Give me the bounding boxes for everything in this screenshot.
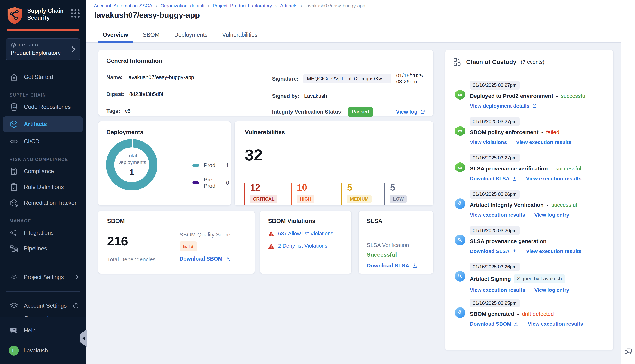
download-slsa-link[interactable]: Download SLSA (367, 262, 417, 269)
warning-triangle-icon (268, 231, 274, 237)
severity-count: 10 (297, 183, 341, 192)
project-cube-icon (11, 42, 16, 48)
sidebar-item-remediation-tracker[interactable]: Remediation Tracker (0, 195, 86, 211)
sidebar-item-project-settings[interactable]: Project Settings (0, 269, 86, 285)
custody-event: 01/16/2025 03:26pmSLSA provenance genera… (453, 226, 605, 258)
sbom-card: SBOM 216 Total Dependencies SBOM Quality… (98, 210, 255, 274)
signed-by-value: Lavakush (304, 93, 327, 99)
sidebar-item-compliance[interactable]: Compliance (0, 164, 86, 179)
deny-list-violations-link[interactable]: 2 Deny list Violations (278, 243, 327, 249)
download-sbom-label: Download SBOM (179, 256, 223, 262)
download-sbom-link[interactable]: Download SBOM (470, 321, 519, 327)
breadcrumb-item[interactable]: Organization: default (160, 3, 204, 8)
event-status: failed (546, 129, 559, 136)
event-links: View execution resultsView log entry (470, 212, 605, 218)
event-link-label: View execution results (526, 248, 581, 254)
compliance-icon (10, 167, 18, 176)
event-title: Artifact Integrity Verification (470, 202, 544, 208)
tab-sbom[interactable]: SBOM (143, 27, 159, 42)
project-selector[interactable]: PROJECT Product Exploratory (6, 38, 80, 60)
user-menu[interactable]: L Lavakush (0, 346, 86, 356)
pipeline-hexagon: ∞ (455, 162, 465, 173)
integrity-status-label: Integrity Verification Status: (272, 109, 343, 115)
sidebar-item-ci-cd[interactable]: CI/CD (0, 134, 86, 149)
event-links: Download SLSAView execution results (470, 176, 605, 182)
tab-deployments[interactable]: Deployments (174, 27, 207, 42)
module-grid-icon[interactable] (71, 9, 80, 18)
sidebar-item-label: Remediation Tracker (24, 200, 76, 206)
external-link-icon (420, 109, 425, 114)
event-links: View violationsView execution results (470, 140, 605, 145)
view-log-entry-link[interactable]: View log entry (534, 287, 569, 293)
view-violations-link[interactable]: View violations (470, 140, 507, 145)
card-title: SBOM (107, 218, 246, 224)
sbom-violations-card: SBOM Violations 637 Allow list Violation… (260, 210, 352, 274)
custody-timeline: ∞01/16/2025 03:27pmDeployed to Prod2 env… (453, 81, 605, 330)
pipeline-icon: ∞ (455, 162, 465, 173)
sidebar-footer: ? Help L Lavakush (0, 317, 86, 364)
download-slsa-link[interactable]: Download SLSA (470, 176, 517, 182)
view-execution-results-link[interactable]: View execution results (528, 321, 583, 327)
status-badge: Passed (348, 107, 373, 116)
severity-badge: CRITICAL (250, 195, 277, 203)
pipeline-hexagon: ∞ (455, 89, 465, 100)
sidebar-item-help[interactable]: ? Help (0, 324, 86, 338)
sidebar-item-code-repositories[interactable]: </>Code Repositories (0, 99, 86, 115)
event-status: successful (561, 93, 586, 99)
card-title: General Information (106, 58, 425, 64)
donut-center-label: Total Deployments (116, 152, 147, 166)
event-title-row: SBOM generated-drift detected (470, 311, 605, 317)
download-slsa-link[interactable]: Download SLSA (470, 248, 517, 254)
view-execution-results-link[interactable]: View execution results (470, 287, 525, 293)
view-execution-results-link[interactable]: View execution results (526, 176, 581, 182)
sidebar-item-rule-definitions[interactable]: Rule Definitions (0, 179, 86, 195)
sbom-quality-score-value: 6.13 (179, 242, 197, 251)
event-link-label: Download SBOM (470, 321, 511, 327)
tab-overview[interactable]: Overview (103, 27, 128, 42)
tab-bar: OverviewSBOMDeploymentsVulnerabilities (86, 27, 621, 42)
event-title: Artifact Signing (470, 276, 511, 282)
view-execution-results-link[interactable]: View execution results (470, 212, 525, 218)
breadcrumb-item[interactable]: Artifacts (280, 3, 297, 8)
slsa-card: SLSA SLSA Verification Successful Downlo… (358, 210, 434, 274)
breadcrumb-item[interactable]: Project: Product Exploratory (213, 3, 272, 8)
sidebar-item-get-started[interactable]: Get Started (0, 69, 86, 85)
sidebar-item-label: Integrations (24, 230, 54, 236)
view-deployment-details-link[interactable]: View deployment details (470, 103, 537, 109)
severity-badge: LOW (390, 195, 407, 203)
event-timestamp: 01/16/2025 03:27pm (470, 81, 520, 90)
sidebar-item-pipelines[interactable]: Pipelines (0, 241, 86, 256)
sidebar-item-integrations[interactable]: Integrations (0, 225, 86, 241)
view-log-link[interactable]: View log (396, 109, 425, 115)
event-title-row: SBOM policy enforcement-failed (470, 129, 605, 136)
event-link-label: View violations (470, 140, 507, 145)
legend-value: 1 (226, 162, 229, 168)
severity-count: 5 (347, 183, 384, 192)
signed-by-label: Signed by: (272, 93, 299, 99)
breadcrumb-item: lavakush07/easy-buggy-app (306, 3, 365, 8)
view-log-entry-link[interactable]: View log entry (534, 212, 569, 218)
sidebar: Supply Chain Security PROJECT Product Ex… (0, 0, 86, 364)
events-count: (7 events) (521, 59, 544, 65)
breadcrumb-separator-icon: › (208, 3, 209, 8)
view-execution-results-link[interactable]: View execution results (526, 248, 581, 254)
chat-support-icon[interactable] (623, 346, 633, 356)
download-sbom-link[interactable]: Download SBOM (179, 256, 231, 262)
card-title: SLSA (367, 218, 425, 224)
main-content: General Information Name: lavakush07/eas… (86, 42, 621, 364)
view-execution-results-link[interactable]: View execution results (516, 140, 571, 145)
sidebar-item-artifacts[interactable]: Artifacts (3, 116, 83, 132)
allow-list-violations-link[interactable]: 637 Allow list Violations (278, 230, 333, 237)
custody-event: 01/16/2025 03:26pmArtifact Integrity Ver… (453, 190, 605, 222)
download-icon (514, 322, 519, 326)
tab-vulnerabilities[interactable]: Vulnerabilities (222, 27, 257, 42)
signature-timestamp: 01/16/2025 03:26pm (396, 73, 425, 85)
event-title-dash: - (547, 202, 548, 208)
breadcrumb-item[interactable]: Account: Automation-SSCA (94, 3, 152, 8)
deployments-donut-chart: Total Deployments 1 (106, 139, 157, 190)
card-title: Vulnerabilities (245, 129, 423, 136)
divider (264, 73, 264, 116)
project-name: Product Exploratory (11, 50, 75, 56)
sidebar-item-label: Project Settings (24, 274, 64, 280)
sidebar-item-account-settings[interactable]: Account Settings (0, 298, 86, 314)
